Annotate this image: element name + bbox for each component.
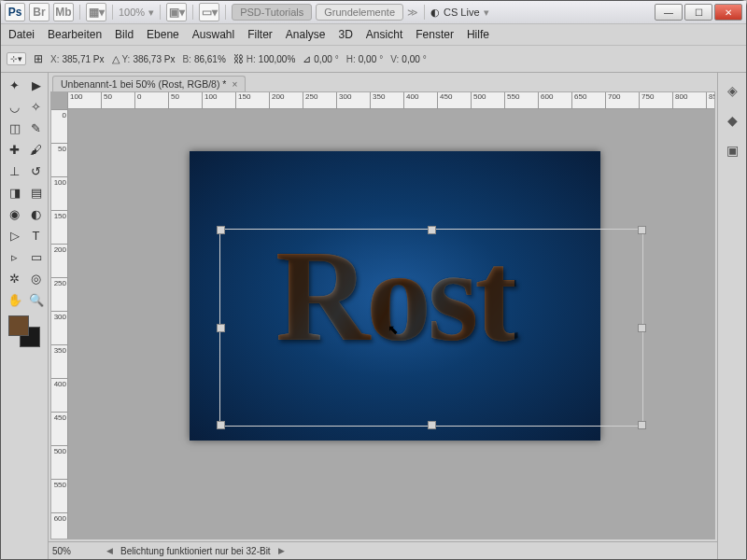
toolbox: ✦▶ ◡✧ ◫✎ ✚🖌 ⊥↺ ◨▤ ◉◐ ▷T ▹▭ ✲◎ ✋🔍 [1,73,49,559]
handle-r[interactable] [638,324,646,332]
separator [160,5,161,20]
w-label: B: [182,54,190,64]
bridge-icon[interactable]: Br [29,3,49,21]
angle-value[interactable]: 0,00 [314,54,331,64]
right-panel-collapsed: ◈ ◆ ▣ [717,73,746,559]
eyedropper-tool-icon[interactable]: ✎ [25,118,48,138]
w-value[interactable]: 86,61% [194,54,226,64]
status-prev-icon[interactable]: ◀ [106,546,113,555]
layers-panel-icon[interactable]: ◈ [722,80,742,101]
handle-tl[interactable] [217,226,225,234]
transform-box[interactable] [219,229,643,427]
maximize-button[interactable]: ☐ [684,4,712,21]
stamp-tool-icon[interactable]: ⊥ [4,161,26,181]
h-label: H: [247,54,256,64]
eraser-tool-icon[interactable]: ◨ [4,182,26,203]
heal-tool-icon[interactable]: ✚ [4,139,26,160]
minimize-button[interactable]: — [655,4,683,21]
dropdown-icon[interactable]: ▾ [484,7,489,19]
move-tool-icon[interactable]: ✦ [4,75,26,95]
minibridge-icon[interactable]: Mb [53,3,74,21]
cslive-label[interactable]: CS Live [444,7,480,18]
wand-tool-icon[interactable]: ✧ [25,96,48,117]
delta-icon[interactable]: △ [112,53,120,65]
menu-hilfe[interactable]: Hilfe [467,28,489,41]
tab-title: Unbenannt-1 bei 50% (Rost, RGB/8) * [61,78,226,90]
more-icon[interactable]: ≫ [407,7,418,19]
handle-bl[interactable] [217,421,225,429]
reference-point[interactable]: ⊞ [34,52,43,65]
tab-row: Unbenannt-1 bei 50% (Rost, RGB/8) * × [49,73,717,91]
marquee-tool-icon[interactable]: ▶ [25,75,48,95]
paths-panel-icon[interactable]: ▣ [722,140,742,161]
channels-panel-icon[interactable]: ◆ [722,110,742,131]
vskew-value[interactable]: 0,00 [402,54,419,64]
foreground-swatch[interactable] [8,315,29,336]
extras-icon[interactable]: ▭▾ [199,3,219,21]
brush-tool-icon[interactable]: 🖌 [25,139,48,160]
document-tab[interactable]: Unbenannt-1 bei 50% (Rost, RGB/8) * × [52,76,246,91]
cursor-icon: ⬉ [388,322,399,337]
handle-t[interactable] [428,226,436,234]
app-window: Ps Br Mb ▦▾ 100% ▾ ▣▾ ▭▾ PSD-Tutorials G… [0,0,747,560]
menu-auswahl[interactable]: Auswahl [192,28,234,41]
workspace-psd-tutorials[interactable]: PSD-Tutorials [232,4,312,21]
menu-fenster[interactable]: Fenster [416,28,454,41]
menu-ebene[interactable]: Ebene [147,28,179,41]
menubar: Datei Bearbeiten Bild Ebene Auswahl Filt… [1,24,746,46]
gradient-tool-icon[interactable]: ▤ [25,182,48,203]
color-swatches[interactable] [8,315,40,347]
menu-filter[interactable]: Filter [247,28,273,41]
menu-datei[interactable]: Datei [8,28,35,41]
close-button[interactable]: ✕ [714,4,742,21]
hskew-value[interactable]: 0,00 [359,54,376,64]
titlebar: Ps Br Mb ▦▾ 100% ▾ ▣▾ ▭▾ PSD-Tutorials G… [1,1,746,24]
body: ✦▶ ◡✧ ◫✎ ✚🖌 ⊥↺ ◨▤ ◉◐ ▷T ▹▭ ✲◎ ✋🔍 Unbenan… [1,73,746,559]
close-tab-icon[interactable]: × [232,79,237,90]
handle-b[interactable] [428,421,436,429]
blur-tool-icon[interactable]: ◉ [4,203,26,224]
x-label: X: [50,54,59,64]
window-controls: — ☐ ✕ [655,4,742,21]
handle-br[interactable] [638,421,646,429]
workspace-grundelemente[interactable]: Grundelemente [316,4,403,21]
dodge-tool-icon[interactable]: ◐ [25,203,48,224]
shape-tool-icon[interactable]: ▭ [25,246,48,267]
3d-camera-icon[interactable]: ◎ [25,268,48,288]
canvas-viewport: 1005005010015020025030035040045050055060… [50,91,715,539]
x-value[interactable]: 385,71 Px [62,54,104,64]
horizontal-ruler[interactable]: 1005005010015020025030035040045050055060… [67,92,714,109]
y-value[interactable]: 386,73 Px [133,54,175,64]
path-select-icon[interactable]: ▹ [4,246,26,267]
h-value[interactable]: 100,00% [259,54,295,64]
dropdown-icon[interactable]: ▾ [148,7,154,19]
menu-bearbeiten[interactable]: Bearbeiten [48,28,102,41]
handle-l[interactable] [217,324,225,332]
pen-tool-icon[interactable]: ▷ [4,225,26,245]
history-brush-icon[interactable]: ↺ [25,161,48,181]
status-zoom[interactable]: 50% [52,546,99,556]
link-icon[interactable]: ⛓ [233,53,244,64]
hand-tool-icon[interactable]: ✋ [4,289,26,310]
status-message: Belichtung funktioniert nur bei 32-Bit [120,546,271,556]
separator [79,5,80,20]
arrange-icon[interactable]: ▦▾ [86,3,106,21]
3d-tool-icon[interactable]: ✲ [4,268,26,288]
status-next-icon[interactable]: ▶ [278,546,285,555]
menu-analyse[interactable]: Analyse [286,28,326,41]
screenmode-icon[interactable]: ▣▾ [166,3,187,21]
menu-ansicht[interactable]: Ansicht [366,28,402,41]
menu-3d[interactable]: 3D [339,28,353,41]
vskew-label: V: [390,54,399,64]
canvas-area[interactable]: Rost ⬉ [68,109,714,539]
transform-tool-icon[interactable]: ⊹▾ [7,52,26,65]
zoom-level[interactable]: 100% [119,7,145,18]
menu-bild[interactable]: Bild [115,28,134,41]
handle-tr[interactable] [638,226,646,234]
lasso-tool-icon[interactable]: ◡ [4,96,26,117]
crop-tool-icon[interactable]: ◫ [4,118,26,138]
zoom-tool-icon[interactable]: 🔍 [25,289,48,310]
cslive-icon[interactable]: ◐ [430,7,440,19]
vertical-ruler[interactable]: 050100150200250300350400450500550600 [51,109,68,539]
type-tool-icon[interactable]: T [25,225,48,245]
